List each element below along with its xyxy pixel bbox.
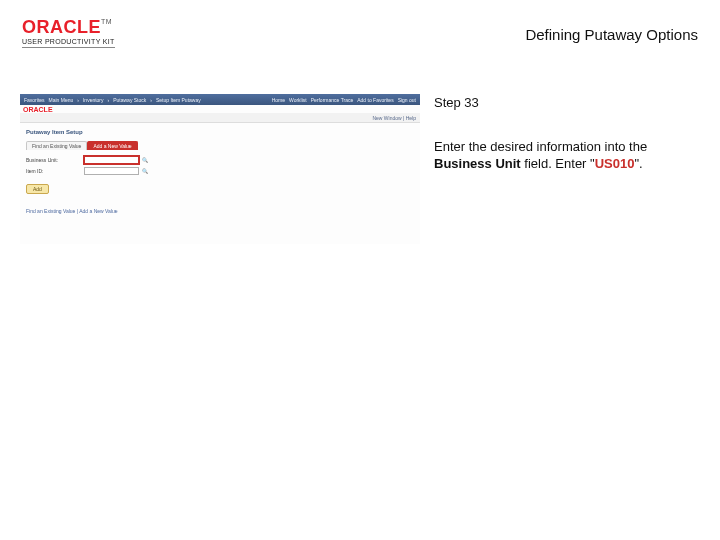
- instr-seg: field. Enter ": [521, 156, 595, 171]
- page-title: Defining Putaway Options: [525, 26, 698, 43]
- crumb: Favorites: [24, 97, 45, 103]
- nav-link: Performance Trace: [311, 97, 354, 103]
- nav-link: Worklist: [289, 97, 307, 103]
- ss-nav-bar: Favorites Main Menu › Inventory › Putawa…: [20, 94, 420, 105]
- business-unit-input[interactable]: [84, 156, 139, 164]
- field-row-business-unit: Business Unit: 🔍: [26, 156, 414, 164]
- instr-value: US010: [595, 156, 635, 171]
- nav-link: Add to Favorites: [357, 97, 393, 103]
- ss-mini-brand: ORACLE: [23, 106, 420, 113]
- tab-existing[interactable]: Find an Existing Value: [26, 141, 87, 150]
- nav-link: Sign out: [398, 97, 416, 103]
- field-row-item-id: Item ID: 🔍: [26, 167, 414, 175]
- ss-tabs: Find an Existing Value Add a New Value: [26, 141, 414, 150]
- crumb: Putaway Stock: [113, 97, 146, 103]
- crumb: Setup Item Putaway: [156, 97, 201, 103]
- ss-body: Putaway Item Setup Find an Existing Valu…: [20, 123, 420, 220]
- ss-breadcrumb: Favorites Main Menu › Inventory › Putawa…: [24, 97, 201, 103]
- instruction-text: Enter the desired information into the B…: [434, 138, 694, 173]
- item-id-input[interactable]: [84, 167, 139, 175]
- trademark: TM: [101, 18, 112, 25]
- lookup-icon[interactable]: 🔍: [142, 168, 148, 174]
- tab-add-new[interactable]: Add a New Value: [87, 141, 137, 150]
- ss-sub-bar: New Window | Help: [20, 113, 420, 123]
- crumb: Main Menu: [49, 97, 74, 103]
- ss-heading: Putaway Item Setup: [26, 129, 414, 135]
- brand-text: ORACLE: [22, 17, 101, 37]
- add-button[interactable]: Add: [26, 184, 49, 194]
- nav-link: Home: [272, 97, 285, 103]
- lookup-icon[interactable]: 🔍: [142, 157, 148, 163]
- instr-seg: ".: [634, 156, 642, 171]
- item-id-label: Item ID:: [26, 168, 81, 174]
- ss-window-help: New Window | Help: [372, 115, 416, 121]
- business-unit-label: Business Unit:: [26, 157, 81, 163]
- ss-footer-links: Find an Existing Value | Add a New Value: [26, 208, 414, 214]
- instruction-panel: Step 33 Enter the desired information in…: [434, 94, 694, 173]
- instr-bold: Business Unit: [434, 156, 521, 171]
- instr-seg: Enter the desired information into the: [434, 139, 647, 154]
- logo-block: ORACLETM USER PRODUCTIVITY KIT: [22, 18, 115, 48]
- oracle-logo: ORACLETM: [22, 18, 115, 36]
- step-label: Step 33: [434, 94, 694, 112]
- product-subtitle: USER PRODUCTIVITY KIT: [22, 38, 115, 48]
- ss-top-links: Home Worklist Performance Trace Add to F…: [272, 97, 416, 103]
- crumb: Inventory: [83, 97, 104, 103]
- header: ORACLETM USER PRODUCTIVITY KIT Defining …: [0, 0, 720, 54]
- embedded-screenshot: Favorites Main Menu › Inventory › Putawa…: [20, 94, 420, 244]
- content-row: Favorites Main Menu › Inventory › Putawa…: [0, 54, 720, 244]
